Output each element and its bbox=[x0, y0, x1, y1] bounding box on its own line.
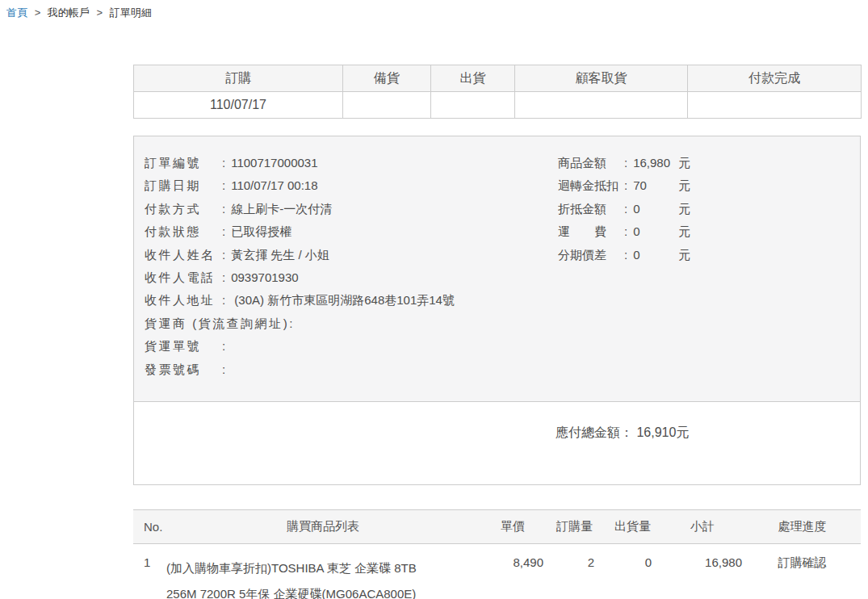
amount-colon: : bbox=[624, 244, 627, 266]
product-row-no: 1 bbox=[133, 544, 166, 599]
product-table: No. 購買商品列表 單價 訂購量 出貨量 小計 處理進度 1 (加入購物車享折… bbox=[133, 509, 861, 599]
product-row-progress: 訂購確認 bbox=[744, 544, 861, 599]
product-col-ship-qty: 出貨量 bbox=[604, 510, 661, 544]
field-colon: : bbox=[222, 335, 225, 358]
field-payment-status: 付款狀態:已取得授權 bbox=[145, 220, 558, 243]
amount-value: 70 bbox=[633, 174, 678, 197]
product-row-unit-price: 8,490 bbox=[480, 544, 545, 599]
field-payment-method: 付款方式:線上刷卡-一次付清 bbox=[145, 198, 558, 220]
field-label: 收件人電話 bbox=[145, 266, 222, 289]
total-due-value: 16,910元 bbox=[636, 425, 689, 439]
amount-value: 0 bbox=[633, 198, 678, 220]
field-colon: : bbox=[222, 244, 225, 266]
order-fields: 訂單編號:1100717000031 訂購日期:110/07/17 00:18 … bbox=[145, 152, 558, 381]
field-recipient-phone: 收件人電話:0939701930 bbox=[145, 266, 558, 289]
field-colon: : bbox=[289, 312, 292, 335]
total-due-section: 應付總金額： 16,910元 bbox=[134, 401, 860, 484]
product-row-name: (加入購物車享折扣)TOSHIBA 東芝 企業碟 8TB 256M 7200R … bbox=[166, 555, 433, 599]
order-amounts: 商品金額:16,980元 迴轉金抵扣:70元 折抵金額:0元 運 費:0元 分期… bbox=[558, 152, 850, 266]
amount-label: 商品金額 bbox=[558, 152, 624, 174]
status-header-row: 訂購 備貨 出貨 顧客取貨 付款完成 bbox=[134, 65, 862, 92]
field-colon: : bbox=[222, 289, 225, 312]
product-row-order-qty: 2 bbox=[545, 544, 604, 599]
product-col-progress: 處理進度 bbox=[744, 510, 861, 544]
product-col-unit-price: 單價 bbox=[480, 510, 545, 544]
status-col-ordered: 訂購 bbox=[134, 65, 343, 92]
amount-rebate-deduction: 迴轉金抵扣:70元 bbox=[558, 174, 850, 197]
field-value: 1100717000031 bbox=[231, 152, 317, 174]
amount-value: 0 bbox=[633, 244, 678, 266]
amount-unit: 元 bbox=[678, 220, 690, 243]
status-paid-date bbox=[688, 92, 862, 119]
field-recipient-name: 收件人姓名:黃玄揮 先生 / 小姐 bbox=[145, 244, 558, 266]
status-value-row: 110/07/17 bbox=[134, 92, 862, 119]
field-label: 貨運商 (貨流查詢網址) bbox=[145, 312, 289, 335]
field-colon: : bbox=[222, 198, 225, 220]
breadcrumb-separator: > bbox=[96, 6, 103, 19]
order-status-table: 訂購 備貨 出貨 顧客取貨 付款完成 110/07/17 bbox=[133, 65, 862, 119]
amount-colon: : bbox=[624, 174, 627, 197]
field-colon: : bbox=[222, 220, 225, 243]
field-value: 線上刷卡-一次付清 bbox=[231, 198, 332, 220]
order-detail-page: 首頁 > 我的帳戶 > 訂單明細 訂購 備貨 出貨 顧客取貨 付款完成 bbox=[0, 0, 868, 599]
field-colon: : bbox=[222, 174, 225, 197]
product-row-ship-qty: 0 bbox=[604, 544, 661, 599]
breadcrumb-home-link[interactable]: 首頁 bbox=[6, 6, 27, 19]
field-colon: : bbox=[222, 266, 225, 289]
amount-label: 運 費 bbox=[558, 220, 624, 243]
status-col-shipped: 出貨 bbox=[431, 65, 515, 92]
product-row: 1 (加入購物車享折扣)TOSHIBA 東芝 企業碟 8TB 256M 7200… bbox=[133, 544, 861, 599]
field-colon: : bbox=[222, 152, 225, 174]
amount-discount: 折抵金額:0元 bbox=[558, 198, 850, 220]
field-order-date: 訂購日期:110/07/17 00:18 bbox=[145, 174, 558, 197]
amount-colon: : bbox=[624, 198, 627, 220]
field-carrier: 貨運商 (貨流查詢網址): bbox=[145, 312, 558, 335]
field-value: (30A) 新竹市東區明湖路648巷101弄14號 bbox=[231, 289, 455, 312]
field-label: 貨運單號 bbox=[145, 335, 222, 358]
breadcrumb-item-account[interactable]: 我的帳戶 bbox=[48, 6, 90, 19]
status-preparing-date bbox=[343, 92, 431, 119]
amount-colon: : bbox=[624, 152, 627, 174]
field-order-number: 訂單編號:1100717000031 bbox=[145, 152, 558, 174]
product-row-name-cell: (加入購物車享折扣)TOSHIBA 東芝 企業碟 8TB 256M 7200R … bbox=[166, 544, 480, 599]
field-value: 110/07/17 00:18 bbox=[231, 174, 317, 197]
field-label: 付款方式 bbox=[145, 198, 222, 220]
field-value: 0939701930 bbox=[231, 266, 298, 289]
field-label: 發票號碼 bbox=[145, 358, 222, 381]
breadcrumb-separator: > bbox=[35, 6, 41, 19]
status-pickup-date bbox=[515, 92, 688, 119]
field-recipient-address: 收件人地址: (30A) 新竹市東區明湖路648巷101弄14號 bbox=[145, 289, 558, 312]
amount-label: 分期價差 bbox=[558, 244, 624, 266]
status-shipped-date bbox=[431, 92, 515, 119]
field-label: 收件人姓名 bbox=[145, 244, 222, 266]
amount-shipping-fee: 運 費:0元 bbox=[558, 220, 850, 243]
amount-product-total: 商品金額:16,980元 bbox=[558, 152, 850, 174]
field-label: 訂購日期 bbox=[145, 174, 222, 197]
product-col-no: No. bbox=[133, 510, 166, 544]
field-label: 收件人地址 bbox=[145, 289, 222, 312]
product-col-subtotal: 小計 bbox=[661, 510, 744, 544]
product-col-name: 購買商品列表 bbox=[166, 510, 480, 544]
status-col-pickup: 顧客取貨 bbox=[515, 65, 688, 92]
amount-label: 迴轉金抵扣 bbox=[558, 174, 624, 197]
order-summary-box: 訂單編號:1100717000031 訂購日期:110/07/17 00:18 … bbox=[133, 136, 861, 485]
amount-unit: 元 bbox=[678, 244, 690, 266]
amount-unit: 元 bbox=[678, 198, 690, 220]
breadcrumb-item-current: 訂單明細 bbox=[110, 6, 152, 19]
amount-unit: 元 bbox=[678, 152, 690, 174]
field-value: 已取得授權 bbox=[231, 220, 291, 243]
field-label: 訂單編號 bbox=[145, 152, 222, 174]
field-value: 黃玄揮 先生 / 小姐 bbox=[231, 244, 329, 266]
order-summary-details: 訂單編號:1100717000031 訂購日期:110/07/17 00:18 … bbox=[134, 136, 860, 401]
amount-value: 0 bbox=[633, 220, 678, 243]
amount-colon: : bbox=[624, 220, 627, 243]
status-col-paid: 付款完成 bbox=[688, 65, 862, 92]
amount-value: 16,980 bbox=[633, 152, 678, 174]
field-label: 付款狀態 bbox=[145, 220, 222, 243]
order-detail-content: 訂購 備貨 出貨 顧客取貨 付款完成 110/07/17 bbox=[133, 65, 861, 599]
total-due-label: 應付總金額： bbox=[556, 425, 633, 439]
product-row-subtotal: 16,980 bbox=[661, 544, 744, 599]
field-colon: : bbox=[222, 358, 225, 381]
amount-unit: 元 bbox=[678, 174, 690, 197]
amount-installment-difference: 分期價差:0元 bbox=[558, 244, 850, 266]
